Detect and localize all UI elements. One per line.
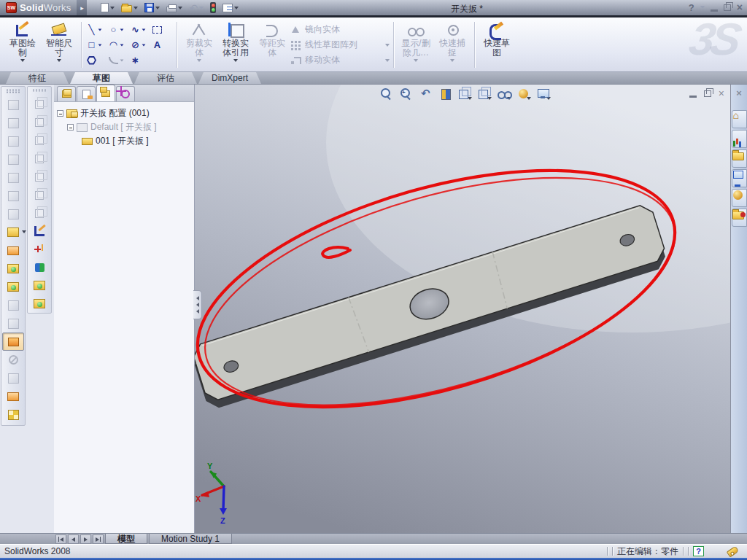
sketch-toggle-tool[interactable] xyxy=(28,222,50,240)
3d-scene[interactable]: Y X Z xyxy=(195,85,730,533)
doc-restore-button[interactable] xyxy=(704,90,711,97)
doc-minimize-button[interactable] xyxy=(689,96,697,98)
front-view-tool[interactable] xyxy=(28,94,50,112)
motion-study-tab[interactable]: Motion Study 1 xyxy=(149,534,232,544)
sheet-metal-library-tool[interactable] xyxy=(2,405,24,424)
options-button[interactable] xyxy=(220,3,241,13)
bottom-view-tool[interactable] xyxy=(28,185,50,203)
print-button[interactable] xyxy=(164,3,185,13)
collapse-icon[interactable] xyxy=(67,124,74,131)
model-tab[interactable]: 模型 xyxy=(105,534,147,544)
previous-view-button[interactable] xyxy=(419,87,433,100)
tab-evaluate[interactable]: 评估 xyxy=(134,72,197,84)
flatten-tool[interactable] xyxy=(2,332,24,351)
tree-row-default-config[interactable]: Default [ 开关扳 ] xyxy=(67,120,191,134)
menu-expand-arrow[interactable]: ▸ xyxy=(77,0,87,15)
toolbar-grip[interactable] xyxy=(32,89,47,92)
convert-entities-button[interactable]: 转换实体引用 xyxy=(217,20,254,70)
task-pane-close-button[interactable]: × xyxy=(736,88,742,98)
dropdown-icon[interactable] xyxy=(57,59,61,62)
back-view-tool[interactable] xyxy=(28,112,50,131)
dropdown-icon[interactable] xyxy=(120,59,124,61)
no-bends-tool[interactable] xyxy=(2,351,24,369)
dropdown-icon[interactable] xyxy=(142,28,146,31)
appearances-scenes-tab[interactable] xyxy=(732,209,747,227)
edge-flange-tool[interactable] xyxy=(2,132,24,150)
restore-button[interactable] xyxy=(724,4,731,11)
zoom-to-area-button[interactable]: + xyxy=(399,87,413,100)
appearances-button[interactable] xyxy=(517,87,531,100)
view-palette-tab[interactable] xyxy=(732,189,747,207)
solidworks-resources-tab[interactable] xyxy=(732,130,747,148)
mirror-entities-button[interactable]: 镜向实体 xyxy=(290,23,390,36)
base-flange-tool[interactable] xyxy=(2,114,24,132)
save-button[interactable] xyxy=(142,2,162,13)
dropdown-icon[interactable] xyxy=(20,59,25,62)
help-dropdown-icon[interactable] xyxy=(700,6,705,9)
minimize-button[interactable] xyxy=(711,9,718,12)
extruded-cut-tool[interactable] xyxy=(2,260,24,278)
hem-tool[interactable] xyxy=(2,168,24,187)
vent-tool[interactable] xyxy=(2,387,24,405)
first-tab-button[interactable] xyxy=(55,534,66,544)
line-tool[interactable]: ╲ xyxy=(85,23,107,36)
miter-flange-tool[interactable] xyxy=(2,150,24,168)
text-tool[interactable]: A xyxy=(151,38,173,52)
zoom-to-fit-button[interactable] xyxy=(379,87,393,100)
home-tab[interactable] xyxy=(732,110,747,128)
polygon-tool[interactable] xyxy=(85,53,107,67)
insert-bends-tool[interactable] xyxy=(2,96,24,114)
rebuild-button[interactable] xyxy=(208,1,218,14)
jog-tool[interactable] xyxy=(2,187,24,205)
sketch-button[interactable]: 草图绘制 xyxy=(4,20,41,70)
unfold-tool[interactable] xyxy=(2,296,24,314)
tab-dimxpert[interactable]: DimXpert xyxy=(198,72,261,84)
tree-row-root[interactable]: 开关扳 配置 (001) xyxy=(57,106,191,120)
fillet-tool[interactable] xyxy=(107,53,129,67)
scene-button[interactable] xyxy=(537,87,551,100)
file-explorer-tab[interactable] xyxy=(732,169,747,187)
section-view-button[interactable] xyxy=(438,87,452,100)
view-orientation-button[interactable] xyxy=(458,87,472,100)
toolbar-grip[interactable] xyxy=(6,89,20,93)
panel-collapse-handle[interactable] xyxy=(193,290,202,319)
collapse-icon[interactable] xyxy=(57,110,63,117)
tab-features[interactable]: 特征 xyxy=(6,72,69,84)
close-button[interactable]: × xyxy=(737,1,743,13)
arc-tool[interactable]: ◠ xyxy=(107,38,129,52)
spline-tool[interactable]: ∿ xyxy=(129,23,151,36)
convert-entities-side-tool[interactable] xyxy=(28,276,50,295)
ellipse-tool[interactable]: ⊘ xyxy=(129,38,151,52)
smart-dimension-button[interactable]: 智能尺寸 xyxy=(41,20,77,70)
featuremanager-tab[interactable] xyxy=(57,86,76,101)
design-library-tab[interactable] xyxy=(732,149,747,168)
offset-entities-side-tool[interactable] xyxy=(28,295,50,313)
last-tab-button[interactable] xyxy=(93,534,104,544)
top-view-tool[interactable] xyxy=(28,167,50,185)
dropdown-icon[interactable] xyxy=(98,28,102,31)
dropdown-icon[interactable] xyxy=(233,59,238,62)
box-select-tool[interactable] xyxy=(151,23,173,36)
hide-show-items-button[interactable] xyxy=(498,87,511,100)
isometric-view-tool[interactable] xyxy=(28,203,50,222)
doc-close-button[interactable]: × xyxy=(719,88,724,99)
quick-tips-button[interactable]: ? xyxy=(693,546,704,556)
linear-sketch-pattern-button[interactable]: 线性草图阵列 xyxy=(290,39,390,51)
configurationmanager-tab[interactable] xyxy=(96,85,115,101)
move-copy-tool[interactable] xyxy=(28,258,50,276)
display-style-button[interactable] xyxy=(478,87,492,100)
propertymanager-tab[interactable] xyxy=(77,86,96,101)
previous-tab-button[interactable] xyxy=(68,534,79,544)
trim-entities-button[interactable]: 剪裁实体 xyxy=(181,20,217,70)
quick-snaps-button[interactable]: 快速捕捉 xyxy=(434,20,471,70)
right-view-tool[interactable] xyxy=(28,149,50,167)
circle-tool[interactable]: ○ xyxy=(107,23,129,36)
tree-row-derived-config[interactable]: 001 [ 开关扳 ] xyxy=(82,134,191,148)
graphics-viewport[interactable]: Y X Z + × xyxy=(195,85,730,533)
dropdown-icon[interactable] xyxy=(120,28,124,31)
tag-icon[interactable] xyxy=(727,545,739,557)
rapid-sketch-button[interactable]: 快速草图 xyxy=(479,20,515,70)
undo-button[interactable]: ↶ xyxy=(187,2,206,14)
sketched-bend-tool[interactable] xyxy=(2,205,24,223)
fold-tool[interactable] xyxy=(2,314,24,332)
